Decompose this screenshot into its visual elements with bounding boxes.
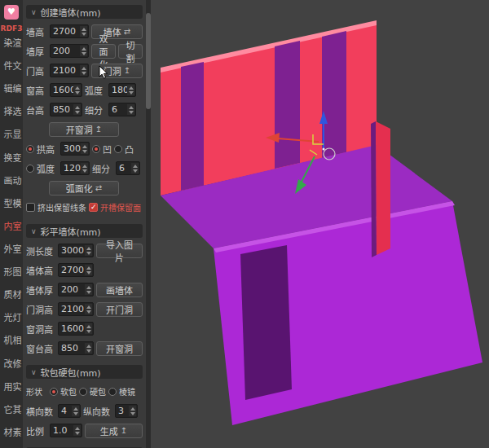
spinner-down-icon[interactable] xyxy=(75,91,80,94)
spinner[interactable] xyxy=(85,265,92,275)
open-door-button[interactable]: 开门洞 xyxy=(96,302,143,317)
sidebar-item-material[interactable]: 材质 xyxy=(2,290,20,308)
spinner-down-icon[interactable] xyxy=(82,169,87,173)
concave-radio[interactable] xyxy=(92,145,100,153)
spinner-down-icon[interactable] xyxy=(86,310,91,314)
spinner-up-icon[interactable] xyxy=(82,165,87,168)
generate-button[interactable]: 生成 ↥ xyxy=(85,424,143,438)
spinner[interactable] xyxy=(80,65,87,76)
spinner-up-icon[interactable] xyxy=(86,305,91,309)
viewport-3d[interactable] xyxy=(151,0,489,448)
spinner-down-icon[interactable] xyxy=(86,271,91,275)
spinner-up-icon[interactable] xyxy=(82,28,86,31)
spinner[interactable] xyxy=(80,26,87,37)
section-header-soft-pack[interactable]: ∨ 软包硬包(mm) xyxy=(26,365,143,379)
open-window-button[interactable]: 开窗洞 ↥ xyxy=(49,122,119,137)
draw-wall-button[interactable]: 画墙体 xyxy=(96,283,143,297)
section-header-create-wall[interactable]: ∨ 创建墙体(mm) xyxy=(26,5,143,19)
spinner-up-icon[interactable] xyxy=(75,86,80,90)
sidebar-item-animation[interactable]: 动画 xyxy=(2,176,20,194)
sidebar-item-utility[interactable]: 实用 xyxy=(2,382,20,400)
spinner-up-icon[interactable] xyxy=(82,145,87,148)
sidebar-item-render[interactable]: 渲染 xyxy=(2,38,20,56)
sidebar-item-edit[interactable]: 编辑 xyxy=(2,84,20,102)
spinner-up-icon[interactable] xyxy=(75,106,80,109)
spinner-up-icon[interactable] xyxy=(86,325,91,328)
spinner-down-icon[interactable] xyxy=(86,291,91,294)
spinner[interactable] xyxy=(73,425,81,436)
spinner[interactable] xyxy=(81,163,88,173)
sidebar-item-other[interactable]: 其它 xyxy=(2,405,20,423)
sidebar-item-shapes[interactable]: 图形 xyxy=(2,267,20,285)
sidebar-item-display[interactable]: 显示 xyxy=(2,130,20,147)
sidebar-item-modify[interactable]: 修改 xyxy=(2,359,20,377)
spinner-down-icon[interactable] xyxy=(86,252,91,255)
spinner-down-icon[interactable] xyxy=(133,169,138,173)
soft-pack-radio[interactable] xyxy=(50,388,58,396)
spinner-down-icon[interactable] xyxy=(129,111,134,114)
spinner-down-icon[interactable] xyxy=(75,111,80,114)
spinner-up-icon[interactable] xyxy=(129,106,134,109)
spinner-up-icon[interactable] xyxy=(86,266,91,270)
sidebar-item-model[interactable]: 模型 xyxy=(2,199,20,217)
spinner-down-icon[interactable] xyxy=(86,330,91,333)
double-face-button[interactable]: 双面化 xyxy=(91,44,116,59)
spinner-down-icon[interactable] xyxy=(82,150,87,153)
spinner-down-icon[interactable] xyxy=(86,349,91,353)
spinner[interactable] xyxy=(131,163,139,173)
spinner[interactable] xyxy=(73,85,81,95)
spinner[interactable] xyxy=(127,85,134,95)
spinner-down-icon[interactable] xyxy=(82,72,86,75)
spinner-down-icon[interactable] xyxy=(73,412,78,415)
spinner[interactable] xyxy=(129,406,136,416)
slot-keep-checkbox[interactable] xyxy=(89,203,98,212)
spinner-up-icon[interactable] xyxy=(75,427,80,430)
spinner-down-icon[interactable] xyxy=(129,91,134,94)
sidebar-item-transform[interactable]: 变换 xyxy=(2,153,20,171)
spinner[interactable] xyxy=(73,104,81,115)
spinner-up-icon[interactable] xyxy=(73,407,78,411)
spinner[interactable] xyxy=(85,343,92,354)
subdiv2-label: 细分 xyxy=(92,162,113,175)
convex-radio[interactable] xyxy=(114,145,122,153)
spinner-up-icon[interactable] xyxy=(86,247,91,250)
sidebar-item-light[interactable]: 灯光 xyxy=(2,313,20,331)
sidebar-item-assets[interactable]: 素材 xyxy=(2,428,20,446)
spinner[interactable] xyxy=(72,406,79,416)
cut-button[interactable]: 切割 xyxy=(118,44,143,59)
spinner[interactable] xyxy=(127,104,134,115)
spinner[interactable] xyxy=(85,323,92,334)
sidebar-item-camera[interactable]: 相机 xyxy=(2,336,20,354)
sidebar-item-interior[interactable]: 室内 xyxy=(2,222,20,239)
spinner-up-icon[interactable] xyxy=(129,86,134,90)
arch-height-radio[interactable] xyxy=(26,145,34,153)
spinner[interactable] xyxy=(81,143,88,154)
radian-radio[interactable] xyxy=(26,165,34,173)
button-label: 开窗洞 xyxy=(66,123,93,136)
section-header-flat-wall[interactable]: ∨ 彩平墙体(mm) xyxy=(26,224,143,238)
flat-open-window-button[interactable]: 开窗洞 xyxy=(96,341,143,356)
spinner[interactable] xyxy=(80,46,87,56)
sidebar-item-exterior[interactable]: 室外 xyxy=(2,244,20,262)
hard-pack-radio[interactable] xyxy=(79,388,87,396)
sidebar-item-select[interactable]: 选择 xyxy=(2,107,20,125)
spinner-up-icon[interactable] xyxy=(82,67,86,70)
sidebar-item-file[interactable]: 文件 xyxy=(2,61,20,79)
spinner-down-icon[interactable] xyxy=(82,52,86,55)
extrude-keep-checkbox[interactable] xyxy=(26,203,35,212)
spinner-up-icon[interactable] xyxy=(130,407,135,411)
import-image-button[interactable]: 导入图片 xyxy=(96,244,143,258)
spinner[interactable] xyxy=(85,245,92,256)
spinner-down-icon[interactable] xyxy=(82,33,86,36)
spinner-up-icon[interactable] xyxy=(86,345,91,348)
spinner-up-icon[interactable] xyxy=(133,165,138,168)
spinner-up-icon[interactable] xyxy=(86,286,91,289)
spinner-down-icon[interactable] xyxy=(75,432,80,435)
prism-radio[interactable] xyxy=(108,388,117,396)
3d-scene[interactable] xyxy=(151,0,489,448)
spinner-down-icon[interactable] xyxy=(130,412,135,415)
spinner[interactable] xyxy=(85,284,92,295)
spinner-up-icon[interactable] xyxy=(82,47,86,51)
spinner[interactable] xyxy=(85,304,92,314)
arc-face-button[interactable]: 弧面化 ⇄ xyxy=(49,181,119,195)
